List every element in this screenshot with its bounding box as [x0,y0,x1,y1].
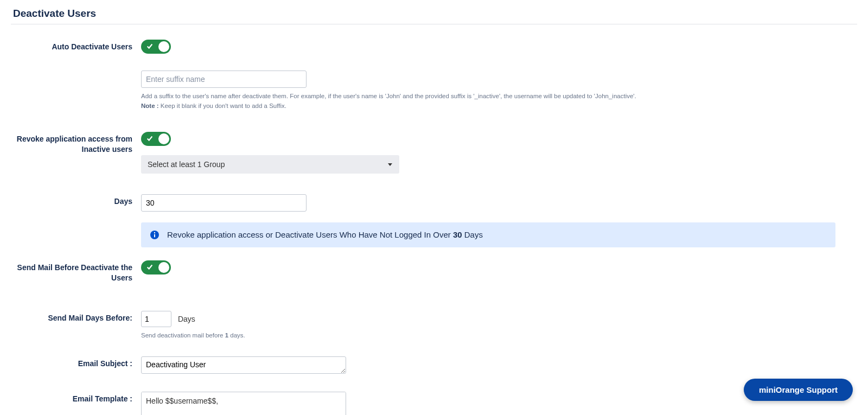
chevron-down-icon [387,162,393,167]
support-button[interactable]: miniOrange Support [744,379,853,401]
email-subject-label: Email Subject : [11,356,141,369]
svg-rect-2 [154,234,155,237]
email-template-label: Email Template : [11,392,141,405]
days-input[interactable] [141,194,307,212]
send-mail-toggle[interactable] [141,260,171,274]
check-icon [146,42,154,50]
mail-days-unit: Days [178,315,195,323]
mail-days-label: Send Mail Days Before: [11,311,141,324]
check-icon [146,135,154,142]
suffix-input[interactable] [141,71,307,88]
group-select-placeholder: Select at least 1 Group [148,160,225,169]
revoke-access-toggle[interactable] [141,132,171,146]
email-template-input[interactable] [141,392,346,415]
svg-marker-0 [388,163,392,166]
send-mail-label: Send Mail Before Deactivate the Users [11,260,141,284]
auto-deactivate-label: Auto Deactivate Users [11,40,141,53]
email-subject-input[interactable] [141,356,346,374]
svg-point-3 [154,232,155,233]
page-title: Deactivate Users [11,0,857,24]
days-label: Days [11,194,141,207]
info-banner: Revoke application access or Deactivate … [141,222,835,247]
revoke-access-label: Revoke application access from Inactive … [11,132,141,155]
divider [11,24,857,24]
check-icon [146,263,154,271]
mail-days-help: Send deactivation mail before 1 days. [141,330,835,340]
auto-deactivate-toggle[interactable] [141,40,171,54]
info-icon [150,230,159,240]
suffix-help-text: Add a suffix to the user's name after de… [141,91,835,111]
mail-days-input[interactable] [141,311,171,327]
group-select[interactable]: Select at least 1 Group [141,155,399,174]
